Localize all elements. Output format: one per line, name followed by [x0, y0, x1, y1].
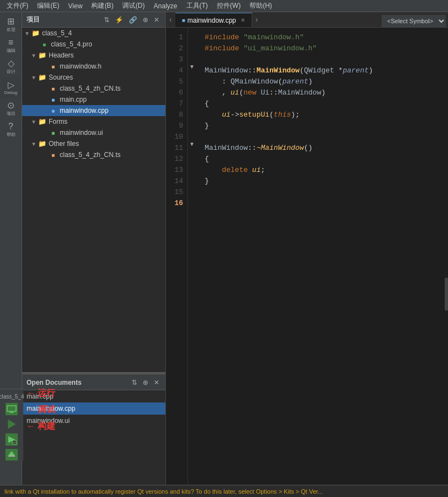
tree-item-label: Headers: [49, 51, 74, 59]
tree-item-ts1[interactable]: ■ class_5_4_zh_CN.ts: [22, 83, 165, 94]
debug-run-button[interactable]: [6, 433, 18, 446]
activity-debug[interactable]: ▷ Debug: [1, 77, 21, 97]
code-line-11: MainWindow::~MainWindow(): [205, 143, 439, 154]
fold-indicators: ▼ ▼: [188, 28, 196, 485]
code-line-14: }: [205, 176, 439, 187]
panel-filter-btn[interactable]: ⇅: [102, 15, 111, 24]
activity-welcome[interactable]: ⊞ 欢迎: [1, 14, 21, 34]
menu-tools[interactable]: 工具(T): [182, 0, 212, 12]
code-line-16: [205, 198, 439, 209]
tree-item-sources[interactable]: ▼ 📁 Sources: [22, 72, 165, 83]
panel-header-actions: ⇅ ⚡ 🔗 ⊕ ✕: [102, 15, 161, 24]
project-tree: ▼ 📁 class_5_4 ■ class_5_4.pro ▼ 📁 Header…: [22, 28, 165, 372]
code-area: 1 2 3 4 5 6 7 8 9 10 11 12 13 14 15 16: [166, 28, 448, 485]
ts-icon: ■: [49, 84, 58, 93]
panel-filter2-btn[interactable]: ⚡: [113, 15, 125, 24]
open-docs-sort-btn[interactable]: ⇅: [130, 378, 139, 387]
menu-view[interactable]: View: [64, 1, 87, 11]
code-line-2: #include "ui_mainwindow.h": [205, 43, 439, 54]
menubar: 文件(F) 编辑(E) View 构建(B) 调试(D) Analyze 工具(…: [0, 0, 448, 12]
cpp-icon: ■: [49, 95, 58, 104]
tree-arrow: ▼: [31, 141, 38, 147]
tree-item-root[interactable]: ▼ 📁 class_5_4: [22, 28, 165, 39]
code-line-4: MainWindow::MainWindow(QWidget *parent): [205, 65, 439, 76]
ui-icon: ■: [49, 128, 58, 137]
debug-screen-btn[interactable]: [6, 403, 18, 415]
output-message: link with a Qt installation to automatic…: [4, 488, 323, 495]
open-docs-actions: ⇅ ⊕ ✕: [130, 378, 161, 387]
tree-arrow: ▼: [31, 75, 38, 81]
tree-item-headers[interactable]: ▼ 📁 Headers: [22, 50, 165, 61]
menu-build[interactable]: 构建(B): [87, 0, 118, 12]
tree-item-mainwindow-ui[interactable]: ■ mainwindow.ui: [22, 127, 165, 138]
tree-item-ts2[interactable]: ■ class_5_4_zh_CN.ts: [22, 149, 165, 160]
symbol-select[interactable]: <Select Symbol>: [382, 15, 446, 27]
tree-item-label: Forms: [49, 118, 67, 125]
code-editor[interactable]: #include "mainwindow.h" #include "ui_mai…: [196, 28, 448, 485]
code-line-13: delete ui;: [205, 165, 439, 176]
tree-item-label: mainwindow.cpp: [60, 107, 108, 114]
folder-icon: 📁: [38, 139, 46, 148]
code-line-3: [205, 54, 439, 65]
tree-item-label: class_5_4_zh_CN.ts: [60, 151, 121, 159]
tree-item-mainwindow-h[interactable]: ■ mainwindow.h: [22, 61, 165, 72]
activity-design[interactable]: ◇ 设计: [1, 56, 21, 76]
tree-item-other-files[interactable]: ▼ 📁 Other files: [22, 138, 165, 149]
open-docs-header: Open Documents ⇅ ⊕ ✕: [22, 375, 165, 390]
cpp-icon: ■: [49, 106, 58, 115]
menu-debug[interactable]: 调试(D): [118, 0, 149, 12]
run-button[interactable]: [6, 418, 18, 431]
menu-edit[interactable]: 编辑(E): [33, 0, 64, 12]
tab-mainwindow-cpp[interactable]: ■ mainwindow.cpp ✕: [175, 13, 252, 27]
doc-item-label: mainwindow.cpp: [27, 405, 75, 412]
panel-add-btn[interactable]: ⊕: [141, 15, 150, 24]
fold-btn-4[interactable]: ▼: [188, 61, 196, 72]
doc-item-mainwindow-cpp[interactable]: mainwindow.cpp: [22, 402, 165, 415]
panel-close-btn[interactable]: ✕: [152, 15, 161, 24]
project-panel-header: 项目 ⇅ ⚡ 🔗 ⊕ ✕: [22, 12, 165, 28]
build-button[interactable]: [6, 449, 18, 461]
tab-nav-left[interactable]: ‹: [166, 12, 175, 27]
tree-item-label: class_5_4.pro: [51, 40, 92, 48]
menu-analyze[interactable]: Analyze: [149, 1, 182, 11]
tab-nav-right[interactable]: ›: [252, 12, 262, 27]
tree-item-label: Sources: [49, 74, 73, 81]
tab-file-icon: ■: [182, 17, 185, 23]
tree-item-label: mainwindow.h: [60, 62, 101, 70]
doc-item-label: main.cpp: [27, 393, 54, 400]
activity-help[interactable]: ? 帮助: [1, 119, 21, 139]
editor-area: ‹ ■ mainwindow.cpp ✕ › <Select Symbol> 1…: [166, 12, 448, 485]
tab-close-icon[interactable]: ✕: [241, 17, 245, 23]
tree-arrow: ▼: [31, 119, 38, 125]
doc-item-mainwindow-ui[interactable]: mainwindow.ui: [22, 415, 165, 427]
h-file-icon: ■: [49, 62, 58, 71]
activity-edit[interactable]: ≡ 编辑: [1, 35, 21, 55]
tree-item-label: main.cpp: [60, 96, 87, 103]
pro-icon: ■: [40, 40, 49, 49]
open-docs-close-btn[interactable]: ✕: [152, 378, 161, 387]
open-docs-title: Open Documents: [27, 379, 81, 386]
doc-item-main-cpp[interactable]: main.cpp: [22, 390, 165, 402]
build-controls-area: class_5_4: [0, 389, 23, 461]
project-title: 项目: [27, 15, 40, 24]
activity-project[interactable]: ⊙ 项目: [1, 98, 21, 118]
open-docs-add-btn[interactable]: ⊕: [141, 378, 150, 387]
tree-item-main-cpp[interactable]: ■ main.cpp: [22, 94, 165, 105]
tree-item-pro[interactable]: ■ class_5_4.pro: [22, 39, 165, 50]
tab-bar: ‹ ■ mainwindow.cpp ✕ › <Select Symbol>: [166, 12, 448, 28]
tree-item-mainwindow-cpp[interactable]: ■ mainwindow.cpp: [22, 105, 165, 116]
tree-item-forms[interactable]: ▼ 📁 Forms: [22, 116, 165, 127]
panel-link-btn[interactable]: 🔗: [127, 15, 139, 24]
code-line-12: {: [205, 154, 439, 165]
menu-help[interactable]: 帮助(H): [245, 0, 277, 12]
code-line-1: #include "mainwindow.h": [205, 32, 439, 43]
output-bar: link with a Qt installation to automatic…: [0, 485, 448, 497]
menu-file[interactable]: 文件(F): [2, 0, 33, 12]
code-line-15: [205, 187, 439, 198]
side-panel: 项目 ⇅ ⚡ 🔗 ⊕ ✕ ▼ 📁 class_5_4 ■ class_5_4.p…: [22, 12, 166, 485]
svg-rect-0: [7, 406, 16, 411]
fold-btn-11[interactable]: ▼: [188, 138, 196, 149]
code-line-9: }: [205, 121, 439, 132]
svg-rect-6: [8, 456, 15, 457]
menu-controls[interactable]: 控件(W): [212, 0, 245, 12]
